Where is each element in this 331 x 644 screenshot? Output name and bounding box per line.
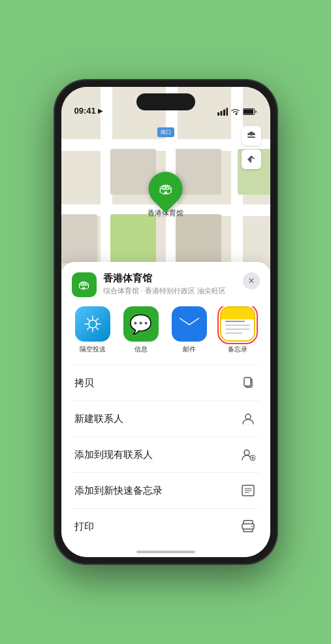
battery-icon: [243, 108, 257, 116]
action-quick-note[interactable]: 添加到新快速备忘录: [72, 473, 260, 509]
airdrop-label: 隔空投送: [80, 345, 106, 354]
place-header: 🏟 香港体育馆 综合体育馆 · 香港特别行政区 油尖旺区 ✕: [72, 272, 260, 297]
action-new-contact[interactable]: 新建联系人: [72, 401, 260, 437]
location-pin: 🏟 香港体育馆: [148, 172, 183, 218]
svg-point-12: [245, 414, 251, 419]
copy-label: 拷贝: [74, 377, 94, 389]
mail-icon: [172, 306, 207, 342]
action-list: 拷贝 新建联系人: [72, 364, 260, 544]
new-contact-icon: [239, 410, 257, 428]
quick-note-icon: [239, 481, 257, 500]
svg-rect-9: [180, 317, 199, 331]
place-name: 香港体育馆: [103, 272, 243, 285]
svg-rect-7: [247, 137, 255, 138]
map-layers-button[interactable]: [242, 126, 261, 146]
notes-icon: [220, 306, 255, 342]
notes-label: 备忘录: [228, 345, 247, 354]
share-row: 隔空投送 💬 信息 邮件: [72, 306, 260, 354]
status-time: 09:41: [74, 106, 96, 116]
share-mail[interactable]: 邮件: [168, 306, 210, 354]
status-icons: [217, 108, 257, 116]
svg-point-13: [244, 450, 249, 455]
map-controls: [242, 126, 261, 173]
print-icon: [239, 517, 257, 536]
map-label: 南口: [157, 127, 174, 137]
new-contact-label: 新建联系人: [74, 413, 123, 425]
place-description: 综合体育馆 · 香港特别行政区 油尖旺区: [103, 286, 243, 296]
home-bar: [136, 551, 195, 553]
signal-icon: [217, 108, 228, 116]
mail-label: 邮件: [183, 345, 196, 354]
close-button[interactable]: ✕: [243, 272, 260, 289]
svg-rect-5: [244, 110, 253, 114]
phone-screen: 09:41 ▶: [61, 87, 270, 557]
messages-label: 信息: [134, 345, 148, 354]
copy-icon: [239, 374, 257, 392]
phone-frame: 09:41 ▶: [55, 80, 277, 564]
svg-rect-1: [220, 111, 222, 116]
wifi-icon: [230, 108, 240, 116]
share-airdrop[interactable]: 隔空投送: [72, 306, 114, 354]
svg-point-19: [251, 526, 253, 527]
svg-rect-2: [223, 110, 225, 116]
action-add-contact[interactable]: 添加到现有联系人: [72, 437, 260, 473]
share-notes[interactable]: 备忘录: [217, 306, 259, 354]
pin-icon: 🏟: [159, 180, 173, 197]
bottom-sheet: 🏟 香港体育馆 综合体育馆 · 香港特别行政区 油尖旺区 ✕: [61, 262, 270, 557]
location-button[interactable]: [242, 150, 261, 169]
share-messages[interactable]: 💬 信息: [120, 306, 162, 354]
place-info: 香港体育馆 综合体育馆 · 香港特别行政区 油尖旺区: [103, 272, 243, 296]
airdrop-icon: [75, 306, 110, 342]
quick-note-label: 添加到新快速备忘录: [74, 485, 163, 497]
add-contact-icon: [239, 445, 257, 464]
navigation-icon: ▶: [98, 107, 103, 114]
action-print[interactable]: 打印: [72, 509, 260, 544]
messages-icon: 💬: [123, 306, 159, 342]
home-indicator: [72, 544, 260, 557]
place-avatar: 🏟: [72, 272, 97, 297]
print-label: 打印: [74, 521, 94, 533]
action-copy[interactable]: 拷贝: [72, 365, 260, 401]
svg-rect-0: [217, 112, 219, 116]
svg-rect-11: [244, 378, 251, 386]
dynamic-island: [136, 93, 195, 110]
add-contact-label: 添加到现有联系人: [74, 449, 153, 461]
svg-rect-3: [226, 108, 228, 116]
